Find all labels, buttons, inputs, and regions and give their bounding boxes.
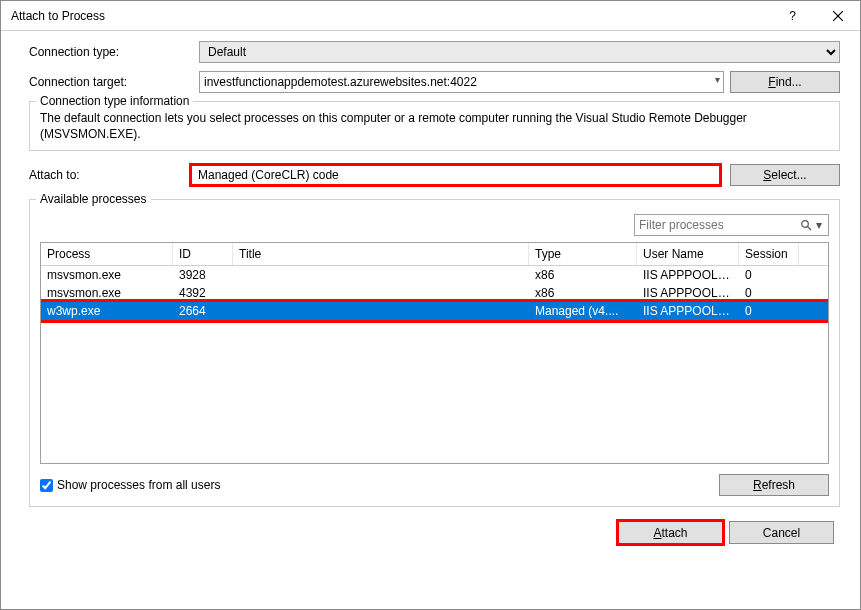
col-type[interactable]: Type xyxy=(529,243,637,265)
col-user[interactable]: User Name xyxy=(637,243,739,265)
cell-id: 3928 xyxy=(173,266,233,284)
cell-user: IIS APPPOOL\mawsF... xyxy=(637,266,739,284)
available-processes-legend: Available processes xyxy=(36,192,151,206)
refresh-button[interactable]: Refresh xyxy=(719,474,829,496)
cell-type: Managed (v4.... xyxy=(529,302,637,320)
connection-info-text: The default connection lets you select p… xyxy=(40,110,829,142)
cancel-button[interactable]: Cancel xyxy=(729,521,834,544)
window-title: Attach to Process xyxy=(11,9,770,23)
close-button[interactable] xyxy=(815,1,860,31)
cell-type: x86 xyxy=(529,284,637,302)
cell-session: 0 xyxy=(739,284,799,302)
available-processes-group: Available processes ▾ Process ID Title T… xyxy=(29,199,840,507)
attach-button[interactable]: Attach xyxy=(618,521,723,544)
process-table[interactable]: Process ID Title Type User Name Session … xyxy=(40,242,829,464)
col-id[interactable]: ID xyxy=(173,243,233,265)
attach-to-label: Attach to: xyxy=(29,168,189,182)
close-icon xyxy=(833,11,843,21)
svg-point-2 xyxy=(802,221,809,228)
show-all-users-checkbox[interactable]: Show processes from all users xyxy=(40,478,719,492)
cell-process: msvsmon.exe xyxy=(41,266,173,284)
cell-id: 4392 xyxy=(173,284,233,302)
connection-target-input[interactable] xyxy=(199,71,724,93)
cell-process: msvsmon.exe xyxy=(41,284,173,302)
show-all-users-input[interactable] xyxy=(40,479,53,492)
cell-title xyxy=(233,291,529,295)
attach-to-value: Managed (CoreCLR) code xyxy=(198,168,339,182)
cell-session: 0 xyxy=(739,266,799,284)
filter-processes-input[interactable] xyxy=(639,218,798,232)
connection-info-group: Connection type information The default … xyxy=(29,101,840,151)
table-header: Process ID Title Type User Name Session xyxy=(41,243,828,266)
dialog-content: Connection type: Default Connection targ… xyxy=(1,31,860,554)
table-row[interactable]: msvsmon.exe4392x86IIS APPPOOL\mawsF...0 xyxy=(41,284,828,302)
titlebar: Attach to Process ? xyxy=(1,1,860,31)
chevron-down-icon[interactable]: ▾ xyxy=(715,74,720,85)
connection-info-legend: Connection type information xyxy=(36,94,193,108)
table-row[interactable]: msvsmon.exe3928x86IIS APPPOOL\mawsF...0 xyxy=(41,266,828,284)
connection-target-label: Connection target: xyxy=(29,75,199,89)
cell-session: 0 xyxy=(739,302,799,320)
col-process[interactable]: Process xyxy=(41,243,173,265)
connection-type-label: Connection type: xyxy=(29,45,199,59)
cell-title xyxy=(233,309,529,313)
cell-type: x86 xyxy=(529,266,637,284)
attach-to-value-box: Managed (CoreCLR) code xyxy=(189,163,722,187)
cell-title xyxy=(233,273,529,277)
col-session[interactable]: Session xyxy=(739,243,799,265)
filter-processes-box[interactable]: ▾ xyxy=(634,214,829,236)
table-body: msvsmon.exe3928x86IIS APPPOOL\mawsF...0m… xyxy=(41,266,828,320)
cell-user: IIS APPPOOL\mawsF... xyxy=(637,284,739,302)
table-row[interactable]: w3wp.exe2664Managed (v4....IIS APPPOOL\m… xyxy=(41,302,828,320)
svg-line-3 xyxy=(808,227,811,230)
cell-id: 2664 xyxy=(173,302,233,320)
find-button[interactable]: Find... xyxy=(730,71,840,93)
show-all-users-label: Show processes from all users xyxy=(57,478,220,492)
connection-type-select[interactable]: Default xyxy=(199,41,840,63)
search-icon xyxy=(798,219,814,231)
help-button[interactable]: ? xyxy=(770,1,815,31)
col-title[interactable]: Title xyxy=(233,243,529,265)
cell-process: w3wp.exe xyxy=(41,302,173,320)
select-code-type-button[interactable]: Select... xyxy=(730,164,840,186)
cell-user: IIS APPPOOL\mawsF... xyxy=(637,302,739,320)
filter-dropdown-icon[interactable]: ▾ xyxy=(814,218,824,232)
